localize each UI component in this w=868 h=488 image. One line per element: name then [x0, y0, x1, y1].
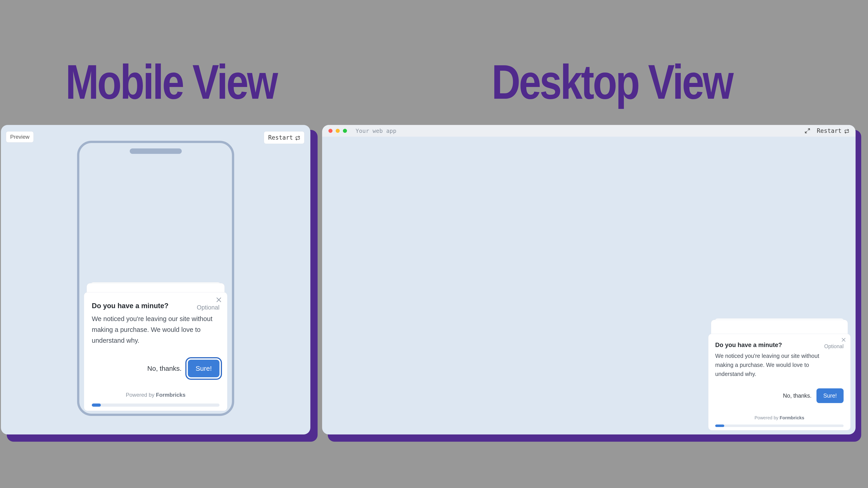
button-row: No, thanks. Sure!: [715, 388, 844, 403]
phone-notch: [130, 149, 182, 154]
preview-chip: Preview: [6, 131, 34, 142]
survey-card-mobile: Do you have a minute? Optional We notice…: [84, 292, 227, 411]
traffic-light-close-icon[interactable]: [329, 129, 333, 133]
button-row: No, thanks. Sure!: [92, 360, 219, 377]
restart-button-mobile[interactable]: Restart: [264, 131, 305, 144]
progress-bar: [715, 424, 844, 427]
survey-body: We noticed you're leaving our site witho…: [92, 314, 218, 346]
progress-fill: [715, 424, 724, 427]
heading-mobile: Mobile View: [66, 58, 277, 106]
restart-icon: [844, 128, 849, 133]
survey-card-stack-mobile: Do you have a minute? Optional We notice…: [84, 292, 227, 411]
restart-label: Restart: [817, 127, 842, 134]
no-thanks-button[interactable]: No, thanks.: [147, 365, 182, 372]
sure-button[interactable]: Sure!: [816, 388, 844, 403]
powered-brand: Formbricks: [156, 392, 186, 398]
heading-desktop: Desktop View: [492, 58, 732, 106]
no-thanks-button[interactable]: No, thanks.: [783, 392, 811, 399]
close-icon[interactable]: [841, 337, 846, 343]
powered-by: Powered by Formbricks: [715, 415, 844, 420]
powered-by: Powered by Formbricks: [92, 392, 219, 398]
preview-label: Preview: [10, 134, 29, 140]
powered-prefix: Powered by: [126, 392, 156, 398]
powered-prefix: Powered by: [754, 415, 780, 420]
optional-label: Optional: [824, 344, 844, 350]
restart-button-desktop[interactable]: Restart: [817, 127, 849, 134]
survey-body: We noticed you're leaving our site witho…: [715, 351, 826, 379]
optional-label: Optional: [197, 304, 219, 311]
restart-label: Restart: [268, 134, 293, 141]
survey-card-desktop: Do you have a minute? Optional We notice…: [708, 334, 850, 430]
svg-line-2: [808, 129, 810, 130]
svg-line-3: [805, 131, 807, 133]
sure-button[interactable]: Sure!: [188, 360, 219, 377]
traffic-light-minimize-icon[interactable]: [336, 129, 340, 133]
powered-brand: Formbricks: [780, 415, 804, 420]
traffic-light-zoom-icon[interactable]: [343, 129, 347, 133]
window-title: Your web app: [355, 128, 397, 134]
progress-bar: [92, 403, 219, 407]
panel-desktop: Your web app Restart Do you have a minut…: [322, 125, 856, 434]
window-titlebar: Your web app Restart: [322, 125, 856, 137]
expand-icon[interactable]: [804, 128, 810, 134]
phone-frame: Do you have a minute? Optional We notice…: [77, 141, 234, 416]
panel-mobile: Preview Restart Do you have a minute? Op…: [1, 125, 310, 434]
close-icon[interactable]: [215, 296, 222, 303]
titlebar-right: Restart: [804, 127, 849, 134]
survey-card-stack-desktop: Do you have a minute? Optional We notice…: [708, 334, 850, 430]
progress-fill: [92, 403, 101, 407]
restart-icon: [295, 135, 300, 140]
